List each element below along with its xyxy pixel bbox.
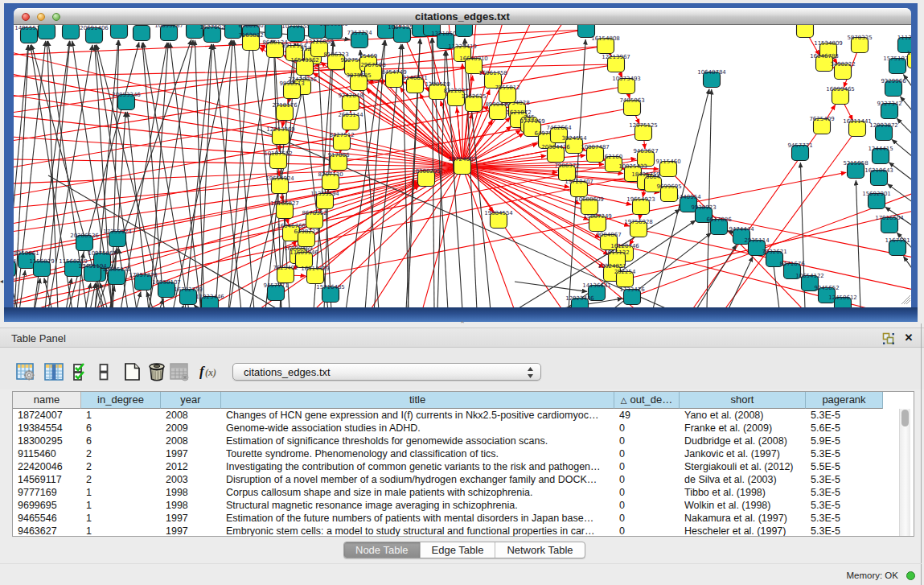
graph-node[interactable] [265,25,282,39]
resize-grip-icon[interactable] [901,295,910,304]
graph-edge[interactable] [142,43,164,307]
table-cell[interactable]: 5.3E-5 [811,409,881,422]
table-source-select[interactable]: citations_edges.txt [232,363,541,381]
graph-node[interactable] [63,25,80,39]
graph-edge[interactable] [515,282,587,291]
table-cell[interactable]: 19384554 [18,422,80,435]
table-cell[interactable]: 1998 [166,499,220,512]
table-cell[interactable]: Corpus callosum shape and size in male p… [226,486,613,499]
table-cell[interactable]: de Silva et al. (2003) [684,473,804,486]
table-cell[interactable]: 5.3E-5 [811,512,881,525]
table-cell[interactable]: Nakamura et al. (1997) [684,512,804,525]
table-cell[interactable]: 2003 [166,473,220,486]
node-table[interactable]: namein_degreeyeartitle△out_de…shortpager… [12,391,914,537]
collapse-left-panel-icon[interactable]: ◂ [0,278,3,285]
tab-edge-table[interactable]: Edge Table [421,542,496,558]
table-row[interactable]: 2242004622012Investigating the contribut… [13,460,897,473]
row-height-icon[interactable] [98,362,109,381]
table-cell[interactable]: Disruption of a novel member of a sodium… [226,473,613,486]
scrollbar-thumb[interactable] [901,410,909,426]
table-cell[interactable]: 2 [86,473,159,486]
table-row[interactable]: 1872400712008Changes of HCN gene express… [13,409,897,422]
table-cell[interactable]: Investigating the contribution of common… [226,460,613,473]
graph-edge[interactable] [14,167,462,232]
table-cell[interactable]: 9699695 [18,499,80,512]
table-cell[interactable]: 0 [619,422,678,435]
table-cell[interactable]: 5.5E-5 [811,460,881,473]
table-cell[interactable]: Estimation of significance thresholds fo… [226,435,613,447]
table-cell[interactable]: 0 [619,447,678,460]
table-cell[interactable]: 2 [86,447,159,460]
graph-edge[interactable] [90,283,96,307]
table-row[interactable]: 946554611997Estimation of the future num… [13,512,897,525]
table-cell[interactable]: 0 [619,435,678,447]
table-cell[interactable]: 49 [619,409,678,422]
function-icon[interactable]: f (x) [199,362,217,381]
tab-node-table[interactable]: Node Table [344,542,421,558]
select-columns-icon[interactable] [44,362,64,381]
graph-edge[interactable] [14,74,462,167]
table-cell[interactable]: 0 [619,460,678,473]
table-cell[interactable]: 0 [619,499,678,512]
table-cell[interactable]: 14569117 [18,473,80,486]
table-cell[interactable]: 18724007 [18,409,80,422]
network-canvas[interactable]: 1405557220691406106552671527602696616010… [14,25,911,307]
graph-node[interactable] [133,26,150,41]
table-cell[interactable]: 2012 [166,460,220,473]
float-window-icon[interactable] [882,332,895,345]
table-cell[interactable]: 1 [86,486,159,499]
table-cell[interactable]: Hescheler et al. (1997) [684,525,804,537]
table-cell[interactable]: 5.3E-5 [811,473,881,486]
table-cell[interactable]: 1 [86,499,159,512]
table-cell[interactable]: 2008 [166,409,220,422]
table-cell[interactable]: 6 [86,435,159,447]
table-cell[interactable]: 5.3E-5 [811,525,881,537]
table-cell[interactable]: 18300295 [18,435,80,447]
table-row[interactable]: 1830029562008Estimation of significance … [13,435,897,447]
delete-table-icon[interactable] [170,362,189,381]
column-header-name[interactable]: name [13,392,81,409]
window-titlebar[interactable]: citations_edges.txt [14,8,911,25]
table-cell[interactable]: Franke et al. (2009) [684,422,804,435]
table-cell[interactable]: 1998 [166,486,220,499]
column-header-year[interactable]: year [161,392,221,409]
close-panel-icon[interactable]: ✕ [903,332,914,344]
table-cell[interactable]: 9465546 [18,512,80,525]
graph-edge[interactable] [632,193,911,297]
table-cell[interactable]: 0 [619,473,678,486]
table-cell[interactable]: 2009 [166,422,220,435]
table-cell[interactable]: Jankovic et al. (1997) [684,447,804,460]
graph-edge[interactable] [888,184,912,205]
table-row[interactable]: 977716911998Corpus callosum shape and si… [13,486,897,499]
table-cell[interactable]: 9115460 [18,447,80,460]
graph-node[interactable] [797,25,814,38]
show-columns-icon[interactable] [72,362,92,381]
table-cell[interactable]: 5.3E-5 [811,499,881,512]
table-cell[interactable]: 5.6E-5 [811,422,881,435]
table-cell[interactable]: Tibbo et al. (1998) [684,486,804,499]
table-cell[interactable]: Changes of HCN gene expression and I(f) … [226,409,613,422]
column-header-out_de[interactable]: △out_de… [614,392,680,409]
table-cell[interactable]: 0 [619,486,678,499]
graph-edge[interactable] [149,40,193,307]
column-header-pagerank[interactable]: pagerank [806,392,883,409]
table-cell[interactable]: 1 [86,512,159,525]
column-header-title[interactable]: title [221,392,614,409]
table-cell[interactable]: Embryonic stem cells: a model to study s… [226,525,613,537]
table-cell[interactable]: Wolkin et al. (1998) [684,499,804,512]
table-cell[interactable]: 5.3E-5 [811,486,881,499]
graph-edge[interactable] [14,159,462,167]
graph-edge[interactable] [856,180,860,307]
memory-status-icon[interactable] [906,571,915,580]
graph-edge[interactable] [724,129,857,307]
new-file-icon[interactable] [123,362,142,381]
table-cell[interactable]: 6 [86,422,159,435]
table-cell[interactable]: 0 [619,512,678,525]
table-cell[interactable]: 2 [86,460,159,473]
table-row[interactable]: 1938455462009Genome-wide association stu… [13,422,897,435]
table-cell[interactable]: 22420046 [18,460,80,473]
graph-node[interactable] [456,25,473,37]
column-header-short[interactable]: short [680,392,806,409]
graph-edge[interactable] [892,139,911,160]
table-cell[interactable]: Tourette syndrome. Phenomenology and cla… [226,447,613,460]
